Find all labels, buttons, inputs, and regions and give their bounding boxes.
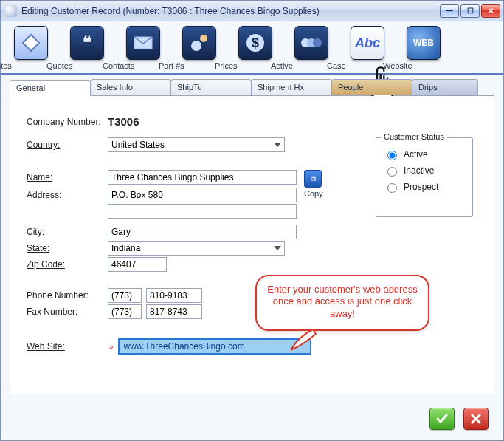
ok-button[interactable] — [429, 408, 455, 430]
company-number-label: Company Number: — [27, 117, 108, 127]
action-bar — [429, 408, 489, 430]
svg-marker-0 — [23, 35, 39, 51]
address2-input[interactable] — [108, 204, 297, 219]
callout-bubble: Enter your customer's web address once a… — [255, 275, 429, 331]
copy-icon: ⧉ — [304, 170, 322, 188]
minimize-button[interactable]: — — [440, 4, 459, 18]
customer-status-legend: Customer Status — [381, 132, 447, 141]
tab-people[interactable]: People — [331, 79, 412, 95]
city-input[interactable] — [108, 225, 297, 239]
close-button[interactable]: ✕ — [481, 4, 500, 18]
tab-general[interactable]: General — [10, 80, 91, 96]
app-icon — [5, 5, 17, 17]
titlebar: Editing Customer Record (Number: T3006 :… — [1, 1, 503, 21]
cancel-button[interactable] — [463, 408, 489, 430]
zip-input[interactable] — [108, 257, 167, 272]
maximize-button[interactable]: ☐ — [460, 4, 480, 18]
svg-text:$: $ — [252, 35, 259, 50]
state-select[interactable] — [108, 241, 285, 256]
website-marker: » — [109, 343, 114, 351]
zip-label: Zip Code: — [27, 259, 108, 270]
copy-button[interactable]: ⧉ Copy — [304, 170, 323, 198]
toolbar-active[interactable]: Active — [291, 26, 331, 70]
svg-point-2 — [191, 41, 201, 51]
website-input[interactable] — [118, 338, 311, 355]
address-label: Address: — [27, 190, 108, 200]
callout-text: Enter your customer's web address once a… — [267, 284, 417, 319]
name-input[interactable] — [108, 170, 297, 185]
tab-bar: General Sales Info ShipTo Shipment Hx Pe… — [10, 79, 494, 96]
customer-record-window: Editing Customer Record (Number: T3006 :… — [0, 0, 504, 441]
toolbar-notes[interactable]: Notes — [11, 26, 51, 70]
web-icon: WEB — [407, 26, 441, 60]
toolbar-website-label: Website — [383, 61, 464, 70]
x-icon — [471, 414, 481, 424]
tab-shipto[interactable]: ShipTo — [170, 79, 252, 95]
active-icon — [294, 26, 328, 60]
phone-label: Phone Number: — [27, 290, 108, 301]
country-label: Country: — [27, 140, 108, 150]
name-label: Name: — [27, 172, 108, 182]
toolbar-case[interactable]: Abc Case — [348, 26, 387, 70]
toolbar-website[interactable]: WEB Website — [404, 26, 443, 70]
general-panel: Company Number: T3006 Country: Name: Add… — [10, 96, 494, 394]
dollar-icon: $ — [238, 26, 272, 60]
copy-label: Copy — [304, 189, 323, 198]
window-title: Editing Customer Record (Number: T3006 :… — [21, 6, 440, 16]
status-inactive-radio[interactable]: Inactive — [384, 165, 465, 177]
toolbar-quotes[interactable]: ❝ Quotes — [67, 26, 107, 70]
status-prospect-radio[interactable]: Prospect — [384, 181, 465, 193]
parts-icon — [182, 26, 216, 60]
svg-point-3 — [200, 35, 207, 42]
toolbar-contacts[interactable]: Contacts — [123, 26, 163, 70]
fax-area-input[interactable] — [108, 304, 142, 319]
company-number-value: T3006 — [108, 115, 139, 128]
fax-number-input[interactable] — [146, 304, 202, 319]
state-label: State: — [27, 243, 108, 253]
country-select[interactable] — [108, 137, 285, 152]
svg-point-8 — [313, 38, 322, 47]
toolbar: Notes ❝ Quotes Contacts Part #s $ Prices — [1, 21, 503, 75]
case-icon: Abc — [351, 26, 384, 60]
envelope-icon — [126, 26, 160, 60]
website-label: Web Site: — [27, 341, 108, 352]
toolbar-prices[interactable]: $ Prices — [235, 26, 275, 70]
status-active-radio[interactable]: Active — [384, 148, 465, 160]
address1-input[interactable] — [108, 188, 297, 202]
phone-number-input[interactable] — [146, 288, 202, 303]
check-icon — [435, 412, 449, 425]
fax-label: Fax Number: — [27, 307, 108, 317]
tab-drips[interactable]: Drips — [412, 79, 478, 95]
customer-status-group: Customer Status Active Inactive Prospect — [376, 137, 473, 217]
tab-sales-info[interactable]: Sales Info — [90, 79, 171, 95]
phone-area-input[interactable] — [108, 288, 142, 303]
city-label: City: — [27, 227, 108, 237]
notes-icon — [14, 26, 48, 60]
tab-shipment-hx[interactable]: Shipment Hx — [251, 79, 332, 95]
quotes-icon: ❝ — [70, 26, 104, 60]
toolbar-parts[interactable]: Part #s — [179, 26, 219, 70]
